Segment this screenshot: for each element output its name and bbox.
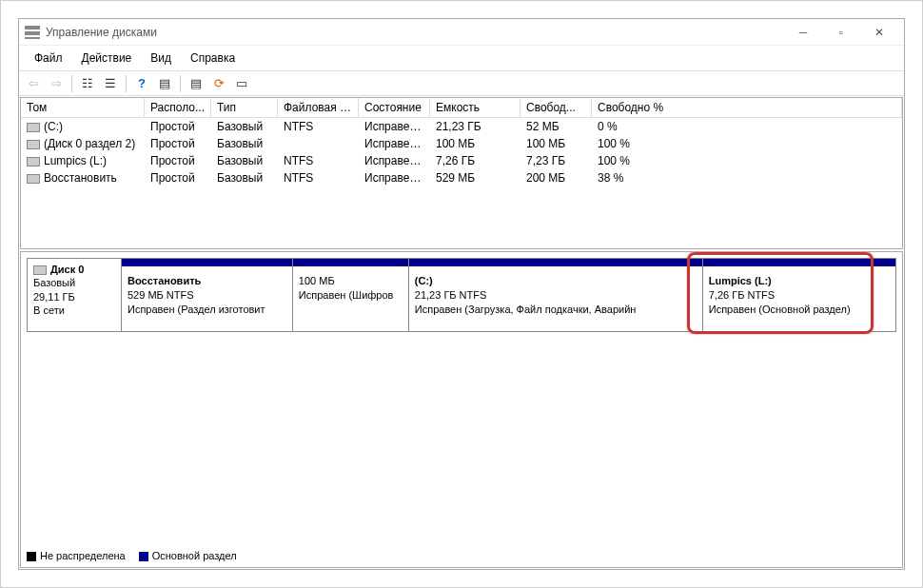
partition[interactable]: Восстановить529 МБ NTFSИсправен (Раздел … (122, 259, 292, 331)
titlebar[interactable]: Управление дисками ─ ▫ ✕ (19, 19, 904, 46)
legend-unallocated: Не распределена (27, 550, 126, 561)
back-button[interactable]: ⇦ (23, 74, 44, 93)
toolbar-button-3[interactable]: ▤ (154, 74, 175, 93)
disk-online: В сети (33, 304, 65, 316)
app-icon (25, 26, 40, 39)
col-volume[interactable]: Том (21, 98, 145, 117)
disk-row: Диск 0 Базовый 29,11 ГБ В сети Восстанов… (27, 258, 896, 332)
volume-row[interactable]: (Диск 0 раздел 2)ПростойБазовыйИсправен.… (21, 135, 902, 152)
menubar: Файл Действие Вид Справка (19, 46, 904, 71)
disk-size: 29,11 ГБ (33, 291, 75, 303)
toolbar-button-5[interactable]: ▭ (231, 74, 252, 93)
maximize-button[interactable]: ▫ (822, 21, 860, 44)
window-title: Управление дисками (46, 26, 157, 39)
volume-list[interactable]: Том Располо... Тип Файловая с... Состоян… (20, 97, 903, 249)
menu-file[interactable]: Файл (27, 49, 70, 67)
disk-type: Базовый (33, 277, 75, 288)
volume-rows: (C:)ПростойБазовыйNTFSИсправен...21,23 Г… (21, 118, 902, 248)
partition[interactable]: Lumpics (L:)7,26 ГБ NTFSИсправен (Основн… (702, 259, 895, 331)
legend-primary: Основной раздел (139, 550, 237, 561)
volume-row[interactable]: Lumpics (L:)ПростойБазовыйNTFSИсправен..… (21, 152, 902, 169)
col-fs[interactable]: Файловая с... (278, 98, 359, 117)
toolbar-button-2[interactable]: ☰ (100, 74, 121, 93)
col-freepct[interactable]: Свободно % (592, 98, 902, 117)
disk-header[interactable]: Диск 0 Базовый 29,11 ГБ В сети (27, 258, 122, 332)
col-capacity[interactable]: Емкость (430, 98, 520, 117)
volume-row[interactable]: ВосстановитьПростойБазовыйNTFSИсправен..… (21, 169, 902, 186)
disk-icon (33, 265, 47, 275)
forward-button[interactable]: ⇨ (46, 74, 67, 93)
col-status[interactable]: Состояние (359, 98, 430, 117)
partition[interactable]: (C:)21,23 ГБ NTFSИсправен (Загрузка, Фай… (408, 259, 702, 331)
menu-view[interactable]: Вид (143, 49, 179, 67)
col-free[interactable]: Свобод... (520, 98, 592, 117)
toolbar: ⇦ ⇨ ☷ ☰ ? ▤ ▤ ⟳ ▭ (19, 71, 904, 96)
disk-label: Диск 0 (50, 264, 84, 275)
refresh-icon[interactable]: ⟳ (208, 74, 229, 93)
legend: Не распределена Основной раздел (27, 550, 237, 561)
help-icon[interactable]: ? (131, 74, 152, 93)
volume-row[interactable]: (C:)ПростойБазовыйNTFSИсправен...21,23 Г… (21, 118, 902, 135)
column-headers[interactable]: Том Располо... Тип Файловая с... Состоян… (21, 98, 902, 118)
col-layout[interactable]: Располо... (145, 98, 211, 117)
partition[interactable]: 100 МБИсправен (Шифров (292, 259, 408, 331)
toolbar-button-4[interactable]: ▤ (186, 74, 206, 93)
close-button[interactable]: ✕ (860, 21, 898, 44)
disk-map[interactable]: Диск 0 Базовый 29,11 ГБ В сети Восстанов… (20, 251, 903, 568)
window-inner: Управление дисками ─ ▫ ✕ Файл Действие В… (18, 18, 905, 570)
col-type[interactable]: Тип (211, 98, 278, 117)
minimize-button[interactable]: ─ (784, 21, 822, 44)
menu-action[interactable]: Действие (74, 49, 140, 67)
partitions: Восстановить529 МБ NTFSИсправен (Раздел … (122, 258, 896, 332)
toolbar-button-1[interactable]: ☷ (77, 74, 98, 93)
menu-help[interactable]: Справка (183, 49, 243, 67)
window-frame: Управление дисками ─ ▫ ✕ Файл Действие В… (0, 0, 923, 588)
